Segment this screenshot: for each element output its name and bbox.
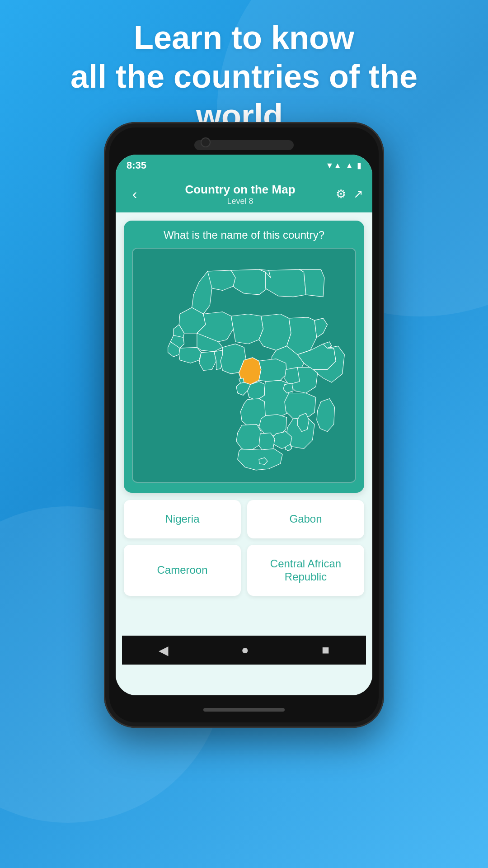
phone-inner: 8:35 ▼▲ ▲ ▮ ‹ Country on the Map Level 8… <box>109 127 379 722</box>
cote-divoire <box>179 347 201 363</box>
answer-cameroon[interactable]: Cameroon <box>124 545 241 596</box>
bottom-nav: ◀ ● ■ <box>122 636 366 665</box>
app-title: Country on the Map <box>185 183 295 197</box>
phone-frame: 8:35 ▼▲ ▲ ▮ ‹ Country on the Map Level 8… <box>104 122 384 728</box>
answers-grid: Nigeria Gabon Cameroon Central African R… <box>124 500 364 596</box>
header-title-block: Country on the Map Level 8 <box>185 183 295 206</box>
answer-nigeria[interactable]: Nigeria <box>124 500 241 538</box>
settings-icon[interactable]: ⚙ <box>336 187 346 201</box>
nav-back-icon[interactable]: ◀ <box>159 643 169 658</box>
africa-map-svg <box>133 249 355 482</box>
central-african-republic <box>259 359 287 382</box>
chad <box>259 314 291 350</box>
question-text: What is the name of this country? <box>164 229 324 241</box>
nav-home-icon[interactable]: ● <box>241 643 249 657</box>
app-header: ‹ Country on the Map Level 8 ⚙ ↗ <box>116 176 372 212</box>
home-indicator <box>203 708 285 712</box>
app-level: Level 8 <box>185 197 295 206</box>
headline-line1: Learn to know <box>134 19 354 56</box>
signal-icon: ▲ <box>345 161 353 170</box>
status-time: 8:35 <box>127 160 146 171</box>
map-container <box>132 248 356 483</box>
main-content: What is the name of this country? <box>116 212 372 695</box>
nav-recents-icon[interactable]: ■ <box>322 643 329 657</box>
share-icon[interactable]: ↗ <box>353 187 363 201</box>
answer-gabon[interactable]: Gabon <box>247 500 364 538</box>
camera <box>201 137 211 147</box>
screen: 8:35 ▼▲ ▲ ▮ ‹ Country on the Map Level 8… <box>116 155 372 695</box>
status-icons: ▼▲ ▲ ▮ <box>326 160 361 170</box>
question-card: What is the name of this country? <box>124 221 364 493</box>
status-bar: 8:35 ▼▲ ▲ ▮ <box>116 155 372 176</box>
header-actions: ⚙ ↗ <box>336 187 363 201</box>
wifi-icon: ▼▲ <box>326 161 342 170</box>
niger <box>231 314 263 344</box>
battery-icon: ▮ <box>357 160 361 170</box>
answer-car[interactable]: Central African Republic <box>247 545 364 596</box>
tanzania <box>285 393 316 419</box>
headline: Learn to know all the countries of the w… <box>0 18 488 135</box>
back-button[interactable]: ‹ <box>125 186 145 203</box>
